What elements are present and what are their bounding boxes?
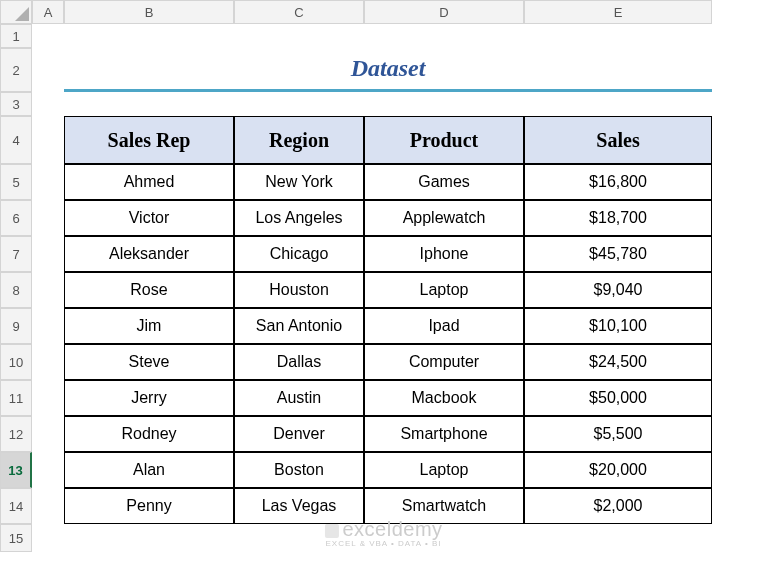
row-header-7[interactable]: 7: [0, 236, 32, 272]
row-header-9[interactable]: 9: [0, 308, 32, 344]
cell-rep[interactable]: Jerry: [64, 380, 234, 416]
table-header-sales[interactable]: Sales: [524, 116, 712, 164]
table-header-sales-rep[interactable]: Sales Rep: [64, 116, 234, 164]
cell-sales[interactable]: $18,700: [524, 200, 712, 236]
cell-region[interactable]: Dallas: [234, 344, 364, 380]
cell-rep[interactable]: Alan: [64, 452, 234, 488]
cell-sales[interactable]: $20,000: [524, 452, 712, 488]
cell-sales[interactable]: $5,500: [524, 416, 712, 452]
col-header-A[interactable]: A: [32, 0, 64, 24]
col-header-C[interactable]: C: [234, 0, 364, 24]
cell-region[interactable]: Boston: [234, 452, 364, 488]
row-header-11[interactable]: 11: [0, 380, 32, 416]
cell-sales[interactable]: $24,500: [524, 344, 712, 380]
cell-sales[interactable]: $45,780: [524, 236, 712, 272]
cell-rep[interactable]: Rose: [64, 272, 234, 308]
cell-product[interactable]: Computer: [364, 344, 524, 380]
cell-product[interactable]: Applewatch: [364, 200, 524, 236]
cell-product[interactable]: Iphone: [364, 236, 524, 272]
cell-rep[interactable]: Steve: [64, 344, 234, 380]
cell-region[interactable]: Houston: [234, 272, 364, 308]
cell-product[interactable]: Macbook: [364, 380, 524, 416]
row-header-4[interactable]: 4: [0, 116, 32, 164]
cell-product[interactable]: Games: [364, 164, 524, 200]
cell-region[interactable]: Las Vegas: [234, 488, 364, 524]
col-header-B[interactable]: B: [64, 0, 234, 24]
row-header-3[interactable]: 3: [0, 92, 32, 116]
cell-product[interactable]: Ipad: [364, 308, 524, 344]
select-all-corner[interactable]: [0, 0, 32, 24]
cell-rep[interactable]: Aleksander: [64, 236, 234, 272]
cell-product[interactable]: Smartwatch: [364, 488, 524, 524]
table-header-product[interactable]: Product: [364, 116, 524, 164]
row-header-5[interactable]: 5: [0, 164, 32, 200]
cell-rep[interactable]: Ahmed: [64, 164, 234, 200]
cell-rep[interactable]: Penny: [64, 488, 234, 524]
row-header-12[interactable]: 12: [0, 416, 32, 452]
row-header-8[interactable]: 8: [0, 272, 32, 308]
cell-sales[interactable]: $50,000: [524, 380, 712, 416]
cell-region[interactable]: Austin: [234, 380, 364, 416]
cell-sales[interactable]: $16,800: [524, 164, 712, 200]
row-header-10[interactable]: 10: [0, 344, 32, 380]
row-header-6[interactable]: 6: [0, 200, 32, 236]
cell-product[interactable]: Laptop: [364, 272, 524, 308]
table-header-region[interactable]: Region: [234, 116, 364, 164]
col-header-D[interactable]: D: [364, 0, 524, 24]
cell-sales[interactable]: $9,040: [524, 272, 712, 308]
cell-sales[interactable]: $10,100: [524, 308, 712, 344]
cell-product[interactable]: Laptop: [364, 452, 524, 488]
row-header-14[interactable]: 14: [0, 488, 32, 524]
cell-rep[interactable]: Jim: [64, 308, 234, 344]
cell-rep[interactable]: Victor: [64, 200, 234, 236]
cell-region[interactable]: Chicago: [234, 236, 364, 272]
cell-region[interactable]: New York: [234, 164, 364, 200]
row-header-1[interactable]: 1: [0, 24, 32, 48]
cell-region[interactable]: San Antonio: [234, 308, 364, 344]
cell-sales[interactable]: $2,000: [524, 488, 712, 524]
cell-region[interactable]: Denver: [234, 416, 364, 452]
row-header-2[interactable]: 2: [0, 48, 32, 92]
row-header-15[interactable]: 15: [0, 524, 32, 552]
page-title: Dataset: [64, 48, 712, 92]
row-header-13[interactable]: 13: [0, 452, 32, 488]
cell-product[interactable]: Smartphone: [364, 416, 524, 452]
cell-region[interactable]: Los Angeles: [234, 200, 364, 236]
spreadsheet-grid[interactable]: ABCDE123456789101112131415DatasetSales R…: [0, 0, 767, 552]
col-header-E[interactable]: E: [524, 0, 712, 24]
cell-rep[interactable]: Rodney: [64, 416, 234, 452]
